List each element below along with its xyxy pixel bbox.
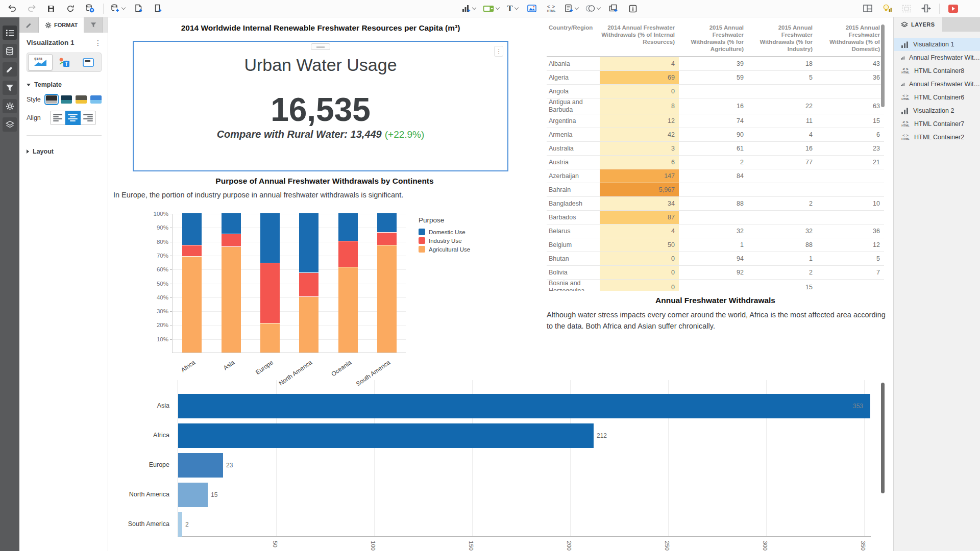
segment-industry-use[interactable] [377, 233, 397, 245]
hbar-asia[interactable] [178, 394, 870, 418]
redo-icon[interactable] [26, 2, 38, 15]
segment-industry-use[interactable] [299, 273, 318, 296]
shapes-tool-caret[interactable] [597, 5, 601, 9]
segment-domestic-use[interactable] [377, 213, 397, 233]
table-row[interactable]: Austria627721 [547, 156, 884, 169]
table-scrollbar[interactable] [881, 24, 885, 107]
add-control-icon[interactable] [483, 2, 499, 15]
add-report-caret[interactable] [575, 5, 579, 9]
add-control-caret[interactable] [496, 5, 500, 9]
table-column-header[interactable]: Country/Region [547, 22, 600, 56]
segment-industry-use[interactable] [338, 241, 358, 268]
table-row[interactable]: Bosnia and Herzegovina015 [547, 280, 884, 291]
legend-item[interactable]: Domestic Use [419, 229, 470, 235]
segment-agricultural-use[interactable] [260, 323, 280, 353]
segment-domestic-use[interactable] [260, 213, 280, 263]
present-button[interactable] [947, 2, 959, 15]
hbar-south-america[interactable] [178, 512, 182, 537]
horizontal-bar-chart[interactable]: 35321223152 [178, 380, 871, 537]
stacked-bar-asia[interactable] [222, 213, 241, 353]
fit-to-screen-icon[interactable] [920, 2, 932, 15]
data-table[interactable]: Country/Region2014 Annual Freshwater Wit… [547, 22, 884, 291]
layout-section-toggle[interactable]: Layout [27, 148, 102, 155]
add-chart-icon[interactable] [462, 2, 476, 15]
stacked-bar-chart[interactable] [172, 214, 406, 353]
tab-format[interactable]: FORMAT [39, 17, 84, 33]
table-row[interactable]: Antigua and Barbuda8162263 [547, 98, 884, 114]
segment-agricultural-use[interactable] [338, 267, 358, 353]
table-row[interactable]: Bhutan09415 [547, 252, 884, 266]
shapes-tool-icon[interactable] [585, 2, 600, 15]
table-row[interactable]: Azerbaijan14784 [547, 169, 884, 183]
table-row[interactable]: Bahrain5,967 [547, 183, 884, 197]
table-row[interactable]: Algeria6959536 [547, 71, 884, 85]
table-row[interactable]: Bolivia09227 [547, 266, 884, 280]
table-column-header[interactable]: 2014 Annual Freshwater Withdrawals (% of… [600, 22, 679, 56]
text-tool-caret[interactable] [514, 5, 518, 9]
hbar-north-america[interactable] [178, 483, 208, 507]
report-pages-icon[interactable] [3, 26, 17, 40]
style-number-chart-button[interactable]: $123 [28, 54, 53, 70]
table-row[interactable]: Bangladesh3488210 [547, 197, 884, 211]
tab-edit[interactable] [19, 17, 39, 33]
save-icon[interactable] [45, 2, 57, 15]
segment-domestic-use[interactable] [182, 213, 202, 245]
add-container-icon[interactable] [607, 2, 620, 15]
segment-agricultural-use[interactable] [222, 247, 241, 353]
kpi-card-selected[interactable]: ⋮ Urban Water Usage 16,535 Compare with … [133, 41, 508, 171]
layer-item-6[interactable]: Visualization 2 [894, 104, 980, 117]
refresh-icon[interactable] [64, 2, 77, 15]
table-row[interactable]: Australia3611623 [547, 142, 884, 156]
table-row[interactable]: Belarus4323236 [547, 224, 884, 238]
canvas-scrollbar[interactable] [881, 383, 885, 493]
theme-swatch-3[interactable] [76, 95, 87, 104]
segment-industry-use[interactable] [182, 245, 202, 257]
style-text-chart-button[interactable]: T [53, 54, 76, 70]
align-center-button[interactable] [65, 111, 81, 125]
data-sources-icon[interactable] [3, 44, 17, 58]
layer-item-5[interactable]: < >HTMLHTML Container6 [894, 91, 980, 104]
layer-item-1[interactable]: Visualization 1 [894, 38, 980, 51]
table-column-header[interactable]: 2015 Annual Freshwater Withdrawals (% fo… [748, 22, 817, 56]
text-tool-icon[interactable]: T [506, 2, 519, 15]
table-row[interactable]: Armenia429046 [547, 128, 884, 142]
segment-agricultural-use[interactable] [299, 297, 318, 353]
table-row[interactable]: Albania4391843 [547, 57, 884, 71]
segment-industry-use[interactable] [260, 263, 280, 323]
table-row[interactable]: Angola0 [547, 85, 884, 98]
group-icon[interactable] [900, 2, 913, 15]
table-row[interactable]: Argentina12741115 [547, 114, 884, 128]
segment-industry-use[interactable] [222, 234, 241, 247]
theme-swatch-2[interactable] [61, 95, 72, 104]
theme-swatch-1[interactable] [46, 95, 57, 104]
table-row[interactable]: Barbados87 [547, 211, 884, 224]
data-table-icon[interactable] [627, 2, 639, 15]
filter-icon[interactable] [3, 81, 17, 95]
segment-domestic-use[interactable] [222, 213, 241, 234]
duplicate-page-icon[interactable] [152, 2, 164, 15]
layout-icon[interactable] [862, 2, 874, 15]
add-page-icon[interactable] [132, 2, 144, 15]
segment-domestic-use[interactable] [338, 213, 358, 241]
datasource-status-icon[interactable] [84, 2, 96, 15]
align-left-button[interactable] [50, 111, 65, 125]
stacked-bar-europe[interactable] [260, 213, 280, 353]
image-tool-icon[interactable] [526, 2, 538, 15]
legend-item[interactable]: Agricultural Use [419, 246, 470, 253]
html-tool-icon[interactable]: < >HTML [545, 2, 557, 15]
hbar-europe[interactable] [178, 453, 223, 478]
segment-agricultural-use[interactable] [182, 257, 202, 353]
add-report-icon[interactable] [565, 2, 578, 15]
layer-item-4[interactable]: Annual Freshwater Wit… [894, 78, 980, 91]
add-data-caret[interactable] [121, 5, 126, 9]
insights-icon[interactable] [881, 2, 893, 15]
stacked-bar-north-america[interactable] [299, 213, 318, 353]
layer-item-3[interactable]: < >HTMLHTML Container8 [894, 64, 980, 78]
stacked-bar-south-america[interactable] [377, 213, 397, 353]
table-row[interactable]: Belgium5018812 [547, 238, 884, 252]
layer-item-8[interactable]: < >HTMLHTML Container2 [894, 131, 980, 144]
align-right-button[interactable] [81, 111, 96, 125]
edit-icon[interactable] [3, 62, 17, 77]
style-header-button[interactable] [77, 54, 100, 70]
stacked-bar-oceania[interactable] [338, 213, 358, 353]
